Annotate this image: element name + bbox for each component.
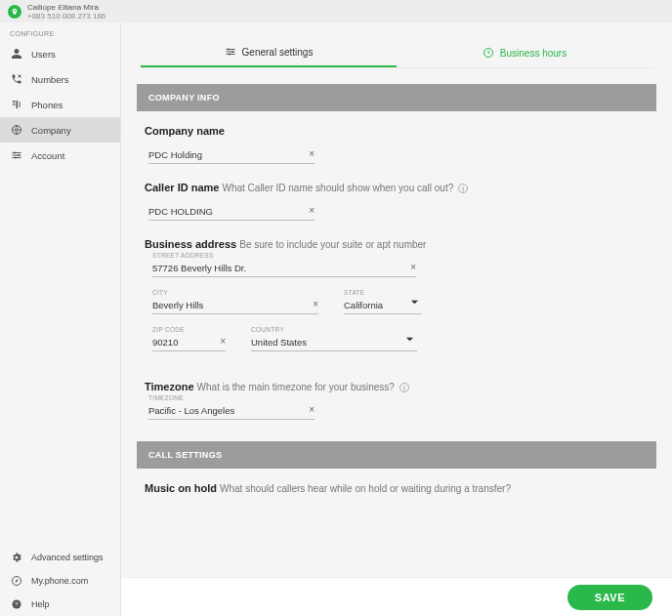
state-float-label: STATE: [344, 289, 364, 296]
tabs: General settings Business hours: [141, 38, 652, 68]
state-field[interactable]: STATE: [344, 295, 422, 314]
timezone-input[interactable]: [148, 405, 315, 416]
svg-point-1: [14, 152, 16, 154]
clear-icon[interactable]: ×: [309, 148, 315, 159]
sidebar-item-label: Numbers: [31, 74, 69, 85]
street-float-label: STREET ADDRESS: [152, 252, 214, 259]
sidebar-item-label: Phones: [31, 100, 63, 110]
zip-float-label: ZIP CODE: [152, 326, 185, 333]
zip-input[interactable]: [152, 337, 226, 348]
topbar: Calliope Elliana Mira +883 510 008 273 1…: [0, 0, 672, 22]
caller-id-input[interactable]: [148, 206, 315, 217]
phone-missed-icon: [10, 73, 23, 85]
clear-icon[interactable]: ×: [313, 299, 318, 309]
zip-field[interactable]: ZIP CODE ×: [152, 332, 226, 351]
svg-point-8: [231, 51, 233, 53]
svg-point-2: [18, 154, 20, 156]
sidebar: CONFIGURE Users Numbers Phones Company A…: [0, 22, 121, 616]
svg-point-3: [15, 157, 17, 159]
caller-id-label: Caller ID name What Caller ID name shoul…: [145, 182, 649, 193]
address-label: Business address Be sure to include your…: [145, 238, 649, 250]
section-call-settings: CALL SETTINGS: [137, 441, 656, 469]
sidebar-item-label: Advanced settings: [31, 553, 104, 562]
city-input[interactable]: [152, 300, 318, 310]
sidebar-item-myphone[interactable]: My.phone.com: [0, 569, 120, 593]
presence-avatar: [8, 5, 21, 19]
sidebar-item-label: Company: [31, 125, 71, 136]
compass-icon: [10, 575, 23, 587]
moh-hint: What should callers hear while on hold o…: [220, 483, 511, 494]
caller-id-field[interactable]: ×: [148, 201, 315, 221]
chevron-down-icon[interactable]: [405, 335, 414, 344]
tab-label: General settings: [242, 47, 314, 58]
tab-label: Business hours: [500, 48, 567, 59]
sidebar-item-help[interactable]: ? Help: [0, 593, 120, 616]
tab-business-hours[interactable]: Business hours: [397, 38, 652, 67]
sidebar-item-account[interactable]: Account: [0, 143, 120, 168]
sidebar-item-numbers[interactable]: Numbers: [0, 66, 120, 92]
save-button[interactable]: SAVE: [567, 585, 652, 610]
sidebar-item-users[interactable]: Users: [0, 41, 120, 66]
timezone-field[interactable]: TIMEZONE ×: [148, 400, 315, 420]
street-input[interactable]: [152, 263, 416, 273]
main: General settings Business hours COMPANY …: [121, 22, 672, 616]
chevron-down-icon[interactable]: [410, 298, 419, 307]
company-name-input[interactable]: [148, 149, 315, 160]
help-icon: ?: [10, 598, 23, 610]
street-field[interactable]: STREET ADDRESS ×: [152, 258, 416, 277]
svg-point-9: [229, 54, 231, 56]
location-pin-icon: [11, 8, 19, 16]
timezone-hint: What is the main timezone for your busin…: [197, 382, 395, 392]
globe-icon: [10, 124, 23, 136]
sidebar-item-label: Help: [31, 599, 50, 609]
country-field[interactable]: COUNTRY: [251, 332, 417, 351]
sliders-icon: [10, 149, 23, 161]
save-bar: SAVE: [121, 577, 672, 616]
company-name-field[interactable]: ×: [148, 144, 315, 164]
user-icon: [10, 48, 23, 60]
address-hint: Be sure to include your suite or apt num…: [239, 239, 426, 250]
sidebar-item-phones[interactable]: Phones: [0, 92, 120, 117]
clear-icon[interactable]: ×: [410, 262, 416, 272]
info-icon[interactable]: i: [399, 383, 409, 392]
phone-device-icon: [10, 99, 23, 110]
moh-label: Music on hold What should callers hear w…: [145, 482, 649, 494]
country-float-label: COUNTRY: [251, 326, 284, 333]
sidebar-item-label: Account: [31, 150, 64, 161]
country-input[interactable]: [251, 337, 417, 348]
tab-general[interactable]: General settings: [141, 38, 397, 67]
user-phone: +883 510 008 273 186: [27, 12, 105, 21]
timezone-label: Timezone What is the main timezone for y…: [145, 381, 649, 392]
clock-icon: [483, 47, 494, 59]
sliders-icon: [225, 46, 236, 58]
sidebar-section-label: CONFIGURE: [0, 22, 120, 41]
section-company-info: COMPANY INFO: [137, 84, 656, 111]
city-float-label: CITY: [152, 289, 168, 296]
svg-point-7: [228, 49, 230, 51]
sidebar-item-advanced[interactable]: Advanced settings: [0, 546, 120, 569]
info-icon[interactable]: i: [458, 184, 468, 193]
clear-icon[interactable]: ×: [309, 404, 315, 415]
gear-icon: [10, 552, 23, 563]
tz-float-label: TIMEZONE: [148, 394, 184, 401]
clear-icon[interactable]: ×: [309, 205, 315, 216]
city-field[interactable]: CITY ×: [152, 295, 318, 314]
sidebar-item-label: Users: [31, 49, 56, 60]
user-block: Calliope Elliana Mira +883 510 008 273 1…: [27, 3, 105, 21]
clear-icon[interactable]: ×: [220, 336, 226, 347]
caller-id-hint: What Caller ID name should show when you…: [222, 183, 453, 193]
company-name-label: Company name: [145, 125, 649, 137]
sidebar-item-company[interactable]: Company: [0, 117, 120, 143]
sidebar-item-label: My.phone.com: [31, 576, 88, 586]
user-name: Calliope Elliana Mira: [27, 3, 105, 12]
